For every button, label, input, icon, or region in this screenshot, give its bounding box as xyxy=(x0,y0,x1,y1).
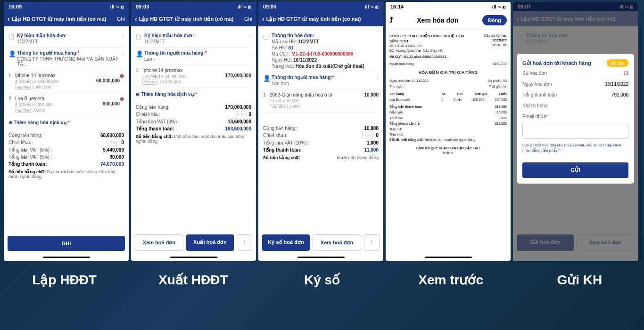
home-indicator xyxy=(170,257,217,258)
header-title: Xem hóa đơn xyxy=(417,16,458,24)
item-row: 12082-Giàn nóng điều hòa ô tô10,0001 (cá… xyxy=(263,89,379,113)
screen-xem-truoc: 16:14ıll ⏦ ◧ ⤴Xem hóa đơnĐóng CÔNG TY PH… xyxy=(386,2,511,261)
ghi-button[interactable]: GHI xyxy=(8,236,125,251)
invoice-info-section: ▢Thông tin hóa đơn: Mẫu số HĐ: 1C22MTT S… xyxy=(263,30,379,72)
buyer-section[interactable]: 👤Thông tin người mua hàng:*Lan Anh -› xyxy=(263,72,379,89)
screen-ky-so: 09:05ıll ⏦ ◧ ‹Lập HĐ GTGT từ máy tính ti… xyxy=(258,2,383,261)
header-title: Lập HĐ GTGT từ máy tính tiền (có mã) xyxy=(266,16,361,22)
save-link[interactable]: Ghi xyxy=(117,16,125,22)
home-indicator xyxy=(425,257,472,258)
email-input[interactable] xyxy=(522,123,628,139)
add-item-link[interactable]: Thêm hàng hóa dịch vụ:* xyxy=(8,116,124,129)
home-indicator xyxy=(297,257,345,258)
caption: Gửi KH xyxy=(515,272,644,288)
note-text: Lưu ý : Gửi hóa đơn cho nhiều email, mỗi… xyxy=(522,143,628,153)
sign-button[interactable]: Ký số hoá đơn xyxy=(262,234,310,251)
send-modal: Gửi hoá đơn tới khách hàngBỏ qua Số hóa … xyxy=(517,54,634,184)
signal-icon: ıll ⏦ ◧ xyxy=(365,4,379,9)
caption: Ký số xyxy=(257,272,386,288)
delete-icon[interactable]: ⊗ xyxy=(120,73,124,79)
screen-lap-hddt: 16:09ıll ⏦ ◧ ‹Lập HĐ GTGT từ máy tính ti… xyxy=(4,2,129,261)
header-title: Lập HĐ GTGT từ máy tính tiền (có mã) xyxy=(139,16,234,22)
share-icon[interactable]: ⤴ xyxy=(389,16,393,24)
caption: Xuất HĐĐT xyxy=(129,272,257,288)
symbol-section[interactable]: ▢Ký hiệu mẫu hóa đơn:1C22MTT› xyxy=(136,30,251,48)
export-invoice-button[interactable]: Xuất hoá đơn xyxy=(186,234,234,251)
menu-button[interactable]: ⋮ xyxy=(364,234,380,251)
buyer-section[interactable]: 👤Thông tin người mua hàng:*Lan -› xyxy=(136,48,251,65)
gui-button[interactable]: GỬI xyxy=(522,162,628,178)
close-button[interactable]: Đóng xyxy=(482,15,507,25)
home-indicator xyxy=(43,257,90,258)
item-row: 2Loa Bluetooth⊗2 (Chiếc) x 300,000600,00… xyxy=(8,93,124,116)
back-icon[interactable]: ‹ xyxy=(135,15,137,23)
item-row: 1Iphone 14 proxmax5 (Chiếc) x 34,000,000… xyxy=(136,65,251,88)
view-invoice-button[interactable]: Xem hoá đơn xyxy=(135,234,183,251)
buyer-section[interactable]: 👤Thông tin người mua hàng:*CÔNG TY TNHH … xyxy=(8,48,124,70)
back-icon[interactable]: ‹ xyxy=(262,15,264,23)
screen-gui-kh: 09:07ıll ⏦ ◧ ‹Lập HĐ GTGT từ máy tính ti… xyxy=(513,2,638,261)
symbol-section[interactable]: ▢Ký hiệu mẫu hóa đơn:1C22MTT› xyxy=(8,30,124,48)
menu-button[interactable]: ⋮ xyxy=(237,234,252,251)
delete-icon[interactable]: ⊗ xyxy=(120,96,124,102)
add-item-link[interactable]: Thêm hàng hóa dịch vụ:* xyxy=(136,88,251,101)
screen-xuat-hddt: 09:03ıll ⏦ ◧ ‹Lập HĐ GTGT từ máy tính ti… xyxy=(131,2,256,261)
skip-button[interactable]: Bỏ qua xyxy=(607,59,628,67)
header-title: Lập HĐ GTGT từ máy tính tiền (có mã) xyxy=(12,16,107,22)
caption: Xem trước xyxy=(387,272,515,288)
caption: Lập HĐĐT xyxy=(0,272,129,288)
view-invoice-button[interactable]: Xem hoá đơn xyxy=(313,234,361,251)
signal-icon: ıll ⏦ ◧ xyxy=(238,4,251,9)
signal-icon: ıll ⏦ ◧ xyxy=(110,4,124,9)
back-icon[interactable]: ‹ xyxy=(8,15,10,23)
item-row: 1Iphone 14 proxmax⊗2 (Chiếc) x 34,000,00… xyxy=(8,70,124,93)
save-link[interactable]: Ghi xyxy=(244,16,252,22)
signal-icon: ıll ⏦ ◧ xyxy=(492,4,506,9)
invoice-document: CÔNG TY PHÁT TRIỂN CÔNG NGHỆ THÁI SƠN TE… xyxy=(386,30,511,255)
